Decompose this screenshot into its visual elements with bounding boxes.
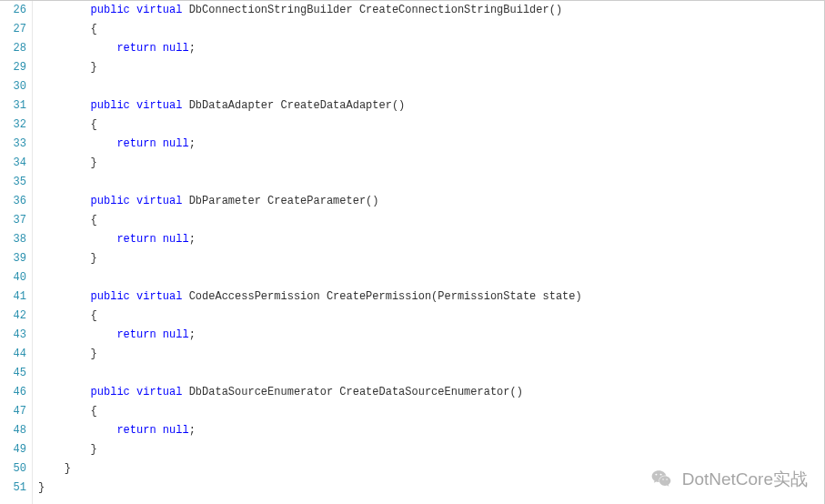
code-line[interactable]: } (38, 345, 824, 364)
code-line[interactable]: return null; (38, 230, 824, 249)
line-number: 26 (0, 1, 26, 20)
line-number: 44 (0, 345, 26, 364)
line-number: 31 (0, 96, 26, 116)
code-line[interactable]: } (38, 154, 824, 173)
code-line[interactable] (38, 364, 824, 383)
line-number: 48 (0, 421, 26, 440)
code-line[interactable]: { (38, 307, 824, 326)
line-number: 39 (0, 249, 26, 268)
code-line[interactable]: public virtual DbParameter CreateParamet… (38, 192, 824, 211)
code-line[interactable]: public virtual DbDataAdapter CreateDataA… (38, 96, 824, 116)
line-number: 50 (0, 459, 26, 479)
code-editor: 2627282930313233343536373839404142434445… (0, 1, 824, 504)
code-line[interactable] (38, 77, 824, 96)
line-number: 45 (0, 364, 26, 383)
line-number: 49 (0, 440, 26, 459)
code-line[interactable]: { (38, 211, 824, 230)
code-line[interactable] (38, 173, 824, 192)
code-line[interactable]: public virtual DbDataSourceEnumerator Cr… (38, 383, 824, 402)
line-number: 40 (0, 268, 26, 287)
line-number: 41 (0, 287, 26, 307)
line-number: 29 (0, 58, 26, 77)
code-line[interactable]: return null; (38, 39, 824, 58)
code-line[interactable]: public virtual CodeAccessPermission Crea… (38, 287, 824, 307)
line-number: 42 (0, 307, 26, 326)
line-number: 51 (0, 479, 26, 498)
code-line[interactable]: } (38, 479, 824, 498)
code-line[interactable]: { (38, 20, 824, 39)
code-line[interactable]: } (38, 58, 824, 77)
line-number: 46 (0, 383, 26, 402)
line-number: 32 (0, 116, 26, 135)
code-line[interactable]: { (38, 402, 824, 421)
code-line[interactable]: } (38, 440, 824, 459)
line-number: 36 (0, 192, 26, 211)
code-line[interactable]: return null; (38, 135, 824, 154)
code-line[interactable]: } (38, 249, 824, 268)
line-number: 38 (0, 230, 26, 249)
code-line[interactable]: public virtual DbConnectionStringBuilder… (38, 1, 824, 20)
code-line[interactable]: } (38, 459, 824, 479)
line-number: 43 (0, 326, 26, 345)
code-line[interactable]: return null; (38, 421, 824, 440)
line-number: 27 (0, 20, 26, 39)
code-area[interactable]: public virtual DbConnectionStringBuilder… (33, 1, 824, 504)
line-number: 37 (0, 211, 26, 230)
line-number-gutter: 2627282930313233343536373839404142434445… (0, 1, 33, 504)
line-number: 28 (0, 39, 26, 58)
line-number: 30 (0, 77, 26, 96)
line-number: 34 (0, 154, 26, 173)
code-line[interactable]: return null; (38, 326, 824, 345)
code-line[interactable] (38, 268, 824, 287)
line-number: 47 (0, 402, 26, 421)
line-number: 35 (0, 173, 26, 192)
code-line[interactable]: { (38, 116, 824, 135)
line-number: 33 (0, 135, 26, 154)
